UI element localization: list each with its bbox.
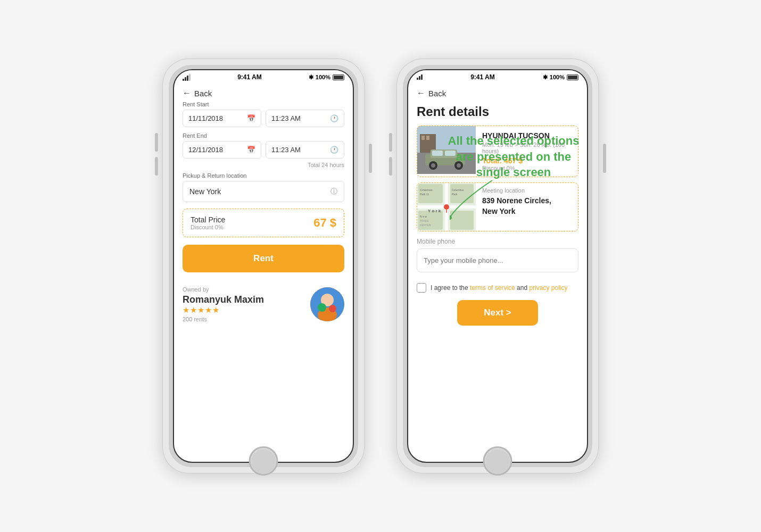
svg-rect-8 bbox=[421, 136, 425, 140]
callout-text: All the selected options are presented o… bbox=[439, 133, 588, 180]
price-value: 67 $ bbox=[313, 216, 336, 230]
back-arrow-icon-1: ← bbox=[183, 88, 191, 98]
status-bar-2: 9:41 AM ✱ 100% bbox=[408, 70, 587, 83]
back-nav-2[interactable]: ← Back bbox=[408, 83, 587, 101]
battery-percent-1: 100% bbox=[316, 74, 330, 80]
rent-start-time-input[interactable]: 11:23 AM 🕐 bbox=[266, 110, 344, 127]
rent-end-label: Rent End bbox=[183, 132, 344, 139]
phone-2: 9:41 AM ✱ 100% ← Back Rent bbox=[396, 59, 599, 473]
agree-and: and bbox=[515, 284, 530, 292]
price-discount: Discount 0% bbox=[191, 224, 225, 230]
phone-inner-2: 9:41 AM ✱ 100% ← Back Rent bbox=[403, 65, 592, 467]
agree-row: I agree to the terms of service and priv… bbox=[408, 278, 587, 300]
agree-prefix: I agree to the bbox=[431, 284, 470, 292]
rent-start-time-value: 11:23 AM bbox=[271, 114, 301, 122]
next-button[interactable]: Next > bbox=[457, 300, 538, 326]
status-time-2: 9:41 AM bbox=[470, 73, 495, 81]
price-info: Total Price Discount 0% bbox=[191, 215, 225, 230]
rent-start-date-value: 11/11/2018 bbox=[188, 114, 223, 122]
battery-icon-2 bbox=[567, 74, 578, 80]
rent-start-label: Rent Start bbox=[183, 101, 344, 107]
total-hours-note: Total 24 hours bbox=[183, 162, 344, 168]
rent-end-row: 12/11/2018 📅 11:23 AM 🕐 bbox=[183, 141, 344, 159]
bluetooth-icon-2: ✱ bbox=[543, 74, 548, 81]
callout-line-svg bbox=[450, 180, 535, 223]
agree-text: I agree to the terms of service and priv… bbox=[431, 284, 567, 292]
owner-rents: 200 rents bbox=[183, 316, 264, 322]
status-time-1: 9:41 AM bbox=[237, 73, 262, 81]
mobile-section: Mobile phone bbox=[408, 238, 587, 278]
owner-section: Owned by Romanyuk Maxim ★★★★★ 200 rents bbox=[174, 286, 353, 322]
status-bar-1: 9:41 AM ✱ 100% bbox=[174, 70, 353, 83]
svg-text:CENTER: CENTER bbox=[420, 223, 431, 227]
svg-text:Park 11: Park 11 bbox=[420, 193, 429, 196]
rent-end-date-input[interactable]: 12/11/2018 📅 bbox=[183, 141, 261, 159]
rent-end-time-value: 11:23 AM bbox=[271, 146, 301, 154]
rent-start-row: 11/11/2018 📅 11:23 AM 🕐 bbox=[183, 110, 344, 127]
signal-area-2 bbox=[417, 74, 423, 80]
back-label-1: Back bbox=[194, 89, 212, 98]
owner-avatar bbox=[310, 287, 344, 321]
owner-info: Owned by Romanyuk Maxim ★★★★★ 200 rents bbox=[183, 286, 264, 322]
phone-1: 9:41 AM ✱ 100% ← Back bbox=[162, 59, 365, 473]
scene: 9:41 AM ✱ 100% ← Back bbox=[141, 37, 620, 495]
back-arrow-icon-2: ← bbox=[417, 88, 425, 98]
total-price-box: Total Price Discount 0% 67 $ bbox=[183, 209, 344, 237]
phone-inner: 9:41 AM ✱ 100% ← Back bbox=[169, 65, 358, 467]
rent-button[interactable]: Rent bbox=[183, 245, 344, 272]
signal-bars-2 bbox=[417, 74, 423, 80]
svg-point-33 bbox=[444, 204, 449, 210]
pickup-label: Pickup & Return location bbox=[183, 172, 344, 179]
svg-text:Y o r k: Y o r k bbox=[428, 209, 441, 213]
owned-by-label: Owned by bbox=[183, 286, 264, 293]
power-button-2 bbox=[603, 144, 606, 173]
calendar-icon-1: 📅 bbox=[247, 114, 255, 122]
svg-point-15 bbox=[431, 163, 435, 168]
home-button-2[interactable] bbox=[483, 446, 512, 476]
status-right-2: ✱ 100% bbox=[543, 74, 578, 81]
mobile-label: Mobile phone bbox=[417, 238, 578, 245]
battery-icon-1 bbox=[333, 74, 344, 80]
owner-name: Romanyuk Maxim bbox=[183, 294, 264, 305]
volume-buttons-2 bbox=[389, 133, 392, 176]
owner-stars: ★★★★★ bbox=[183, 305, 264, 315]
signal-bars bbox=[183, 74, 191, 81]
rent-end-date-value: 12/11/2018 bbox=[188, 146, 223, 154]
phone-screen-2: 9:41 AM ✱ 100% ← Back Rent bbox=[407, 69, 588, 463]
status-right-1: ✱ 100% bbox=[309, 74, 344, 81]
pickup-value: New York bbox=[189, 187, 221, 196]
agree-checkbox[interactable] bbox=[417, 283, 426, 293]
mobile-input[interactable] bbox=[417, 248, 578, 272]
phone-screen-1: 9:41 AM ✱ 100% ← Back bbox=[173, 69, 354, 463]
location-icon: ⓘ bbox=[330, 187, 337, 196]
svg-point-4 bbox=[329, 305, 336, 312]
terms-link[interactable]: terms of service bbox=[470, 284, 515, 292]
svg-text:N e w: N e w bbox=[420, 215, 427, 218]
home-button-1[interactable] bbox=[249, 446, 278, 476]
privacy-link[interactable]: privacy policy bbox=[529, 284, 567, 292]
price-label: Total Price bbox=[191, 215, 225, 224]
screen-content-1: ← Back Rent Start 11/11/2018 📅 11 bbox=[174, 83, 353, 460]
svg-point-3 bbox=[318, 303, 326, 312]
volume-buttons bbox=[155, 133, 158, 176]
callout-annotation: All the selected options are presented o… bbox=[439, 133, 588, 180]
clock-icon-2: 🕐 bbox=[330, 146, 338, 154]
form-section: Rent Start 11/11/2018 📅 11:23 AM 🕐 bbox=[174, 101, 353, 286]
svg-point-35 bbox=[450, 215, 452, 220]
back-label-2: Back bbox=[428, 89, 446, 98]
calendar-icon-2: 📅 bbox=[247, 146, 255, 154]
power-button bbox=[369, 144, 372, 173]
svg-text:Cinemas: Cinemas bbox=[420, 188, 433, 192]
rent-start-date-input[interactable]: 11/11/2018 📅 bbox=[183, 110, 261, 127]
rent-end-time-input[interactable]: 11:23 AM 🕐 bbox=[266, 141, 344, 159]
svg-text:TRADE: TRADE bbox=[420, 219, 429, 222]
bluetooth-icon: ✱ bbox=[309, 74, 313, 81]
pickup-input[interactable]: New York ⓘ bbox=[183, 181, 344, 202]
clock-icon-1: 🕐 bbox=[330, 114, 338, 122]
page-title: Rent details bbox=[408, 101, 587, 126]
svg-rect-9 bbox=[426, 136, 429, 140]
signal-area bbox=[183, 74, 191, 81]
back-nav-1[interactable]: ← Back bbox=[174, 83, 353, 101]
battery-percent-2: 100% bbox=[550, 74, 565, 80]
